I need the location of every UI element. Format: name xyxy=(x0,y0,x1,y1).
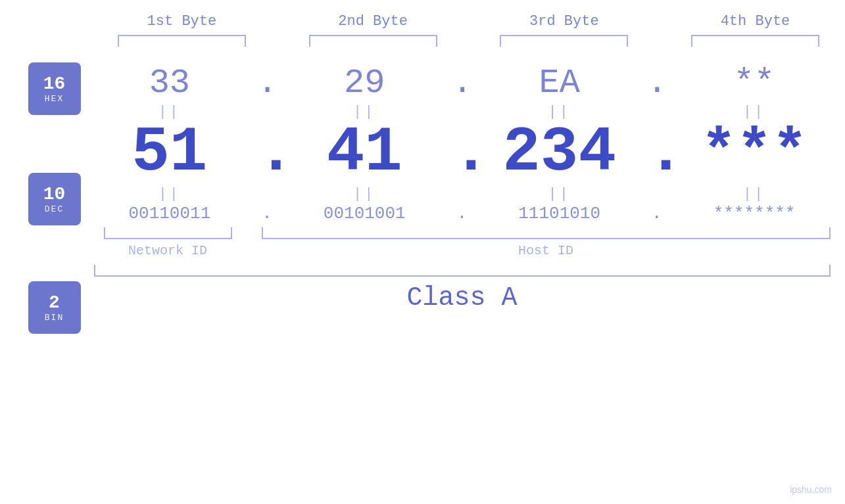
bracket-bottom-host xyxy=(262,227,831,239)
bin-badge: 2 BIN xyxy=(28,281,81,334)
main-container: 1st Byte 2nd Byte 3rd Byte 4th Byte 16 H… xyxy=(0,0,845,504)
hex-row: 33 . 29 . EA . ** xyxy=(94,64,831,103)
watermark: ipshu.com xyxy=(790,484,832,495)
hex-val-4: ** xyxy=(734,64,775,103)
base-labels: 16 HEX 10 DEC 2 BIN xyxy=(28,62,81,334)
host-id-section: Host ID xyxy=(262,227,831,258)
bracket-top-2 xyxy=(309,35,437,47)
bin-dot-3: . xyxy=(652,204,662,223)
host-id-label: Host ID xyxy=(518,243,573,258)
hex-name: HEX xyxy=(45,94,64,104)
dec-name: DEC xyxy=(45,204,64,214)
dec-row: 51 . 41 . 234 . *** xyxy=(94,122,831,185)
class-label: Class A xyxy=(406,283,517,313)
bin-val-2: 00101001 xyxy=(324,204,406,223)
eq1-4: || xyxy=(743,104,765,120)
byte-labels-row: 1st Byte 2nd Byte 3rd Byte 4th Byte xyxy=(107,13,831,30)
bin-row: 00110011 . 00101001 . 11101010 . *******… xyxy=(94,204,831,223)
byte-label-1: 1st Byte xyxy=(118,13,246,30)
eq2-4: || xyxy=(743,186,765,202)
dec-val-3: 234 xyxy=(502,122,616,185)
hex-val-3: EA xyxy=(539,64,579,103)
hex-badge: 16 HEX xyxy=(28,62,81,115)
values-area: 33 . 29 . EA . ** || || xyxy=(94,57,831,313)
byte-label-2: 2nd Byte xyxy=(309,13,437,30)
hex-dot-3: . xyxy=(647,64,667,103)
dec-dot-2: . xyxy=(452,117,490,189)
dec-val-1: 51 xyxy=(132,122,207,185)
dec-dot-1: . xyxy=(257,117,295,189)
hex-dot-2: . xyxy=(452,64,472,103)
bin-name: BIN xyxy=(45,313,64,323)
dec-num: 10 xyxy=(43,184,66,204)
bracket-top-3 xyxy=(500,35,628,47)
byte-label-4: 4th Byte xyxy=(691,13,819,30)
byte-label-3: 3rd Byte xyxy=(500,13,628,30)
eq2-2: || xyxy=(353,186,375,202)
class-section: Class A xyxy=(94,265,831,313)
bottom-brackets-row: Network ID Host ID xyxy=(94,227,831,258)
equals-row-2: || || || || xyxy=(94,185,831,204)
bin-dot-2: . xyxy=(457,204,468,223)
dec-val-2: 41 xyxy=(327,122,402,185)
hex-val-1: 33 xyxy=(149,64,190,103)
network-id-label: Network ID xyxy=(128,243,207,258)
bracket-bottom-class xyxy=(94,265,831,277)
content-area: 16 HEX 10 DEC 2 BIN 33 . xyxy=(15,57,831,334)
network-id-section: Network ID xyxy=(94,227,242,258)
bin-dot-1: . xyxy=(262,204,272,223)
top-brackets-row xyxy=(107,35,831,47)
bracket-top-4 xyxy=(691,35,819,47)
eq2-3: || xyxy=(548,186,570,202)
bracket-bottom-network xyxy=(104,227,232,239)
dec-dot-3: . xyxy=(647,117,685,189)
bin-val-4: ******** xyxy=(713,204,796,223)
dec-val-4: *** xyxy=(701,124,808,183)
eq2-1: || xyxy=(158,186,181,202)
hex-val-2: 29 xyxy=(344,64,385,103)
dec-badge: 10 DEC xyxy=(28,173,81,225)
hex-num: 16 xyxy=(43,74,66,94)
bracket-top-1 xyxy=(118,35,246,47)
bin-val-1: 00110011 xyxy=(128,204,210,223)
bin-val-3: 11101010 xyxy=(518,204,600,223)
bin-num: 2 xyxy=(49,292,60,313)
hex-dot-1: . xyxy=(257,64,278,103)
